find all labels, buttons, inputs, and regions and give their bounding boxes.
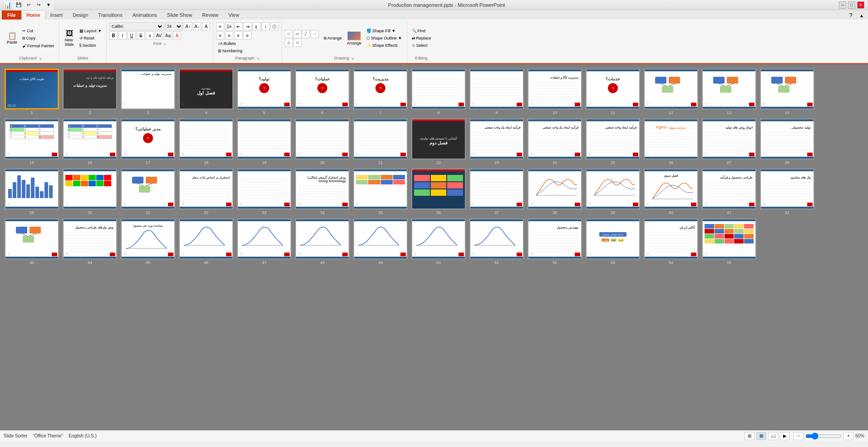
slide-thumb-12[interactable]: ☆ <box>644 69 698 109</box>
slide-thumb-5[interactable]: تولید؟ ? ☆ <box>237 69 291 109</box>
replace-button[interactable]: ⇄ Replace <box>410 35 433 41</box>
clipboard-dialog-icon[interactable]: ↘ <box>39 56 42 60</box>
layout-button[interactable]: ▦ Layout ▼ <box>78 28 104 34</box>
slide-thumb-4[interactable]: مقدمه فصل اول ☆ <box>179 69 233 109</box>
redo-button[interactable]: ↪ <box>34 1 43 9</box>
slide-thumb-36[interactable]: ☆ <box>411 169 466 209</box>
slide-thumb-16[interactable]: ABC 123 456 789 ☆ <box>63 119 117 159</box>
slide-item-26[interactable]: بررسی پروژه PQRST ☆26 <box>644 119 698 165</box>
drawing-dialog-icon[interactable]: ↘ <box>351 56 354 60</box>
tab-review[interactable]: Review <box>197 10 223 20</box>
slide-item-51[interactable]: ☆51 <box>469 219 524 265</box>
slide-thumb-41[interactable]: طراحی محصول و فرآیند ☆ <box>702 169 756 209</box>
slide-thumb-50[interactable]: ☆ <box>411 219 466 259</box>
tab-insert[interactable]: Insert <box>45 10 68 20</box>
zoom-in-button[interactable]: + <box>843 432 853 440</box>
qat-customize-button[interactable]: ▼ <box>44 1 53 9</box>
smartart-button[interactable]: ⬡ <box>271 22 279 30</box>
window-controls[interactable]: ─ □ ✕ <box>839 1 864 9</box>
slide-thumb-21[interactable]: ☆ <box>353 119 408 159</box>
slide-sorter-view-button[interactable]: ⊞ <box>756 432 766 440</box>
slide-thumb-27[interactable]: انواع روش های تولید ☆ <box>702 119 756 159</box>
help-button[interactable]: ? <box>846 11 855 20</box>
slide-thumb-14[interactable]: ☆ <box>760 69 814 109</box>
view-mode-label[interactable]: Slide Sorter <box>4 433 27 438</box>
bullets-button[interactable]: ≡ <box>216 22 224 30</box>
new-slide-button[interactable]: 🖼 NewSlide <box>62 27 77 50</box>
slide-thumb-8[interactable]: ☆ <box>411 69 466 109</box>
slide-thumb-28[interactable]: تولید محصولی ☆ <box>760 119 814 159</box>
shape-effects-button[interactable]: ✨ Shape Effects <box>365 42 404 49</box>
font-dialog-icon[interactable]: ↘ <box>163 42 166 46</box>
slide-thumb-55[interactable]: ☆ <box>702 219 756 259</box>
shadow-button[interactable]: s <box>146 31 154 40</box>
slide-item-43[interactable]: ☆43 <box>5 219 59 265</box>
slide-item-14[interactable]: ☆14 <box>760 69 814 115</box>
slideshow-view-button[interactable]: ▶ <box>780 432 790 440</box>
slide-thumb-25[interactable]: فرآیند ایجاد واحد صنعتی ☆ <box>586 119 640 159</box>
char-spacing-button[interactable]: AV <box>155 31 163 40</box>
shape-fill-button[interactable]: 🪣 Shape Fill ▼ <box>365 28 404 34</box>
slide-thumb-42[interactable]: نیاز های مشتری ☆ <box>760 169 814 209</box>
restore-button[interactable]: □ <box>848 1 855 9</box>
shape-rounded-rect[interactable]: ▭ <box>293 30 301 38</box>
slide-thumb-49[interactable]: ☆ <box>353 219 408 259</box>
slide-thumb-53[interactable]: مراحل طراحی محصول طراحی تولید توزیع ☆ <box>586 219 640 259</box>
slide-thumb-2[interactable]: برنامه خداوند جان و نزه مدیریت تولید و ع… <box>63 69 117 109</box>
slide-item-11[interactable]: خدمات؟ ? ☆11 <box>586 69 640 115</box>
decrease-indent-button[interactable]: ⇤ <box>234 22 242 30</box>
slide-thumb-7[interactable]: مدیریت؟ ? ☆ <box>353 69 408 109</box>
paste-button[interactable]: 📋 Paste <box>5 27 20 50</box>
tab-slideshow[interactable]: Slide Show <box>162 10 197 20</box>
slide-item-18[interactable]: ☆18 <box>179 119 233 165</box>
decrease-font-button[interactable]: A↓ <box>193 22 201 30</box>
slide-thumb-44[interactable]: پیش نیازهای طراحی محصول ☆ <box>63 219 117 259</box>
slide-thumb-22[interactable]: آشنایی با سیستم های تولیدی فصل دوم ☆ <box>411 119 466 159</box>
slide-thumb-6[interactable]: عملیات؟ ? ☆ <box>295 69 350 109</box>
slide-item-23[interactable]: فرآیند ایجاد یک واحد صنعتی ☆23 <box>469 119 524 165</box>
shape-outline-button[interactable]: ⬡ Shape Outline ▼ <box>365 35 404 41</box>
shape-arrow[interactable]: → <box>311 30 319 38</box>
numbering-button[interactable]: 1≡ <box>225 22 233 30</box>
slide-item-31[interactable]: ☆31 <box>121 169 175 215</box>
copy-button[interactable]: ⧉ Copy <box>20 35 56 42</box>
slide-item-41[interactable]: طراحی محصول و فرآیند ☆41 <box>702 169 756 215</box>
italic-button[interactable]: I <box>118 31 127 40</box>
slide-thumb-45[interactable]: شناخت دوره عمر محصول ☆ <box>121 219 175 259</box>
select-button[interactable]: ⊹ Select <box>410 42 433 49</box>
slide-thumb-46[interactable]: ☆ <box>179 219 233 259</box>
tab-view[interactable]: View <box>223 10 244 20</box>
quick-styles-button[interactable]: Arrange <box>345 29 364 47</box>
slide-item-48[interactable]: ☆48 <box>295 219 350 265</box>
slide-thumb-31[interactable]: ☆ <box>121 169 175 209</box>
tab-home[interactable]: Home <box>21 10 45 20</box>
align-text-button[interactable]: ⊞ Numbering <box>216 48 244 54</box>
slide-thumb-13[interactable]: ☆ <box>702 69 756 109</box>
slide-item-25[interactable]: فرآیند ایجاد واحد صنعتی ☆25 <box>586 119 640 165</box>
tab-design[interactable]: Design <box>68 10 93 20</box>
slide-item-47[interactable]: ☆47 <box>237 219 291 265</box>
find-button[interactable]: 🔍 Find <box>410 28 433 34</box>
slide-thumb-43[interactable]: ☆ <box>5 219 59 259</box>
slide-thumb-39[interactable]: ☆ <box>586 169 640 209</box>
bold-button[interactable]: B <box>109 31 118 40</box>
slide-thumb-30[interactable]: ☆ <box>63 169 117 209</box>
slide-item-38[interactable]: ☆38 <box>528 169 582 215</box>
slide-item-6[interactable]: عملیات؟ ? ☆6 <box>295 69 350 115</box>
slide-item-28[interactable]: تولید محصولی ☆28 <box>760 119 814 165</box>
slide-thumb-1[interactable]: هویت کالاو عملیات 00:15☆ <box>5 69 59 109</box>
tab-transitions[interactable]: Transitions <box>93 10 127 20</box>
slide-thumb-17[interactable]: مدیر عملیاتی؟ ? ☆ <box>121 119 175 159</box>
slide-thumb-29[interactable]: ☆ <box>5 169 59 209</box>
slide-thumb-54[interactable]: آنالیز ارزش ☆ <box>644 219 698 259</box>
undo-button[interactable]: ↩ <box>24 1 33 9</box>
shape-line[interactable]: ╱ <box>302 30 310 38</box>
slide-thumb-33[interactable]: ☆ <box>237 169 291 209</box>
zoom-out-button[interactable]: − <box>794 432 804 440</box>
slide-item-52[interactable]: مهندس محصول ☆52 <box>528 219 582 265</box>
increase-indent-button[interactable]: ⇥ <box>243 22 252 30</box>
minimize-button[interactable]: ─ <box>839 1 846 9</box>
slide-item-49[interactable]: ☆49 <box>353 219 408 265</box>
slide-item-45[interactable]: شناخت دوره عمر محصول ☆45 <box>121 219 175 265</box>
slide-item-12[interactable]: ☆12 <box>644 69 698 115</box>
